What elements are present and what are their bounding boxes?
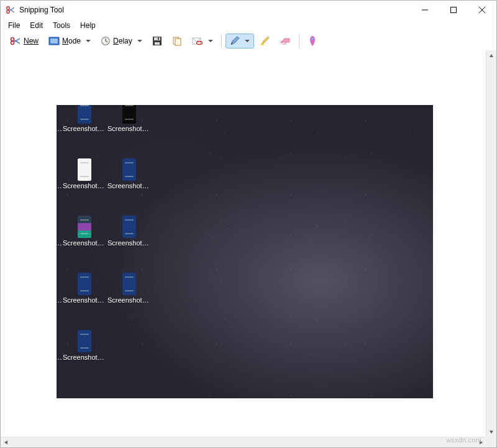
icon-label: Screenshot_... xyxy=(63,296,106,304)
menu-tools-label: Tools xyxy=(53,21,70,30)
icon-label: Screenshot_... xyxy=(107,125,151,132)
file-thumbnail xyxy=(78,273,91,295)
paint3d-icon xyxy=(308,35,317,47)
copy-icon xyxy=(172,36,182,46)
maximize-button[interactable] xyxy=(439,1,468,19)
clock-icon xyxy=(101,36,111,46)
icon-label: Screenshot_... xyxy=(107,296,151,304)
scroll-track[interactable] xyxy=(11,437,475,447)
menu-edit[interactable]: Edit xyxy=(25,20,48,31)
scissors-icon xyxy=(10,36,21,46)
canvas[interactable]: Screenshot_...Screenshot_...Screenshot_.… xyxy=(1,50,486,437)
separator xyxy=(221,34,222,48)
svg-rect-25 xyxy=(260,44,264,45)
horizontal-scrollbar[interactable] xyxy=(1,437,486,447)
pen-icon xyxy=(230,36,240,46)
desktop-icon[interactable]: Screenshot_... xyxy=(107,273,151,304)
scroll-down-arrow[interactable] xyxy=(486,426,496,437)
file-thumbnail xyxy=(122,273,136,295)
desktop-icon[interactable]: Screenshot_... xyxy=(107,216,151,247)
scroll-right-arrow[interactable] xyxy=(475,437,486,447)
app-window: Snipping Tool File Edit Tools Help xyxy=(0,0,497,448)
copy-button[interactable] xyxy=(168,34,186,48)
vertical-scrollbar[interactable] xyxy=(486,50,496,437)
menu-help-label: Help xyxy=(80,21,96,30)
paint3d-button[interactable] xyxy=(303,33,322,49)
new-label: New xyxy=(24,37,39,45)
svg-rect-13 xyxy=(50,39,58,43)
eraser-button[interactable] xyxy=(275,35,295,47)
svg-point-26 xyxy=(311,38,313,40)
file-thumbnail xyxy=(78,158,91,181)
starfield-noise xyxy=(57,105,433,398)
pen-button[interactable] xyxy=(226,34,254,48)
mode-button[interactable]: Mode xyxy=(44,34,95,48)
delay-label: Delay xyxy=(113,37,132,45)
content-area: Screenshot_...Screenshot_...Screenshot_.… xyxy=(1,50,496,437)
window-controls xyxy=(411,1,496,19)
toolbar: New Mode Delay xyxy=(1,32,496,50)
icon-label: Screenshot_... xyxy=(107,182,151,190)
svg-rect-5 xyxy=(451,7,457,13)
svg-rect-19 xyxy=(155,42,160,45)
menu-tools[interactable]: Tools xyxy=(48,20,75,31)
minimize-button[interactable] xyxy=(411,1,439,19)
bottom-scroll-row xyxy=(1,437,496,447)
menubar: File Edit Tools Help xyxy=(1,19,496,32)
highlighter-button[interactable] xyxy=(255,34,274,48)
menu-file-label: File xyxy=(8,21,20,30)
scroll-up-arrow[interactable] xyxy=(486,50,496,61)
chevron-down-icon xyxy=(137,40,142,42)
desktop-icon[interactable]: Screenshot_... xyxy=(63,273,106,304)
svg-rect-20 xyxy=(158,38,159,40)
icon-label: Screenshot_... xyxy=(63,239,106,247)
eraser-icon xyxy=(280,37,291,45)
menu-file[interactable]: File xyxy=(3,20,25,31)
scroll-left-arrow[interactable] xyxy=(1,437,11,447)
mode-label: Mode xyxy=(62,37,81,45)
scissors-icon xyxy=(6,5,16,15)
rectangle-mode-icon xyxy=(48,37,60,45)
new-button[interactable]: New xyxy=(6,34,43,48)
file-thumbnail xyxy=(78,105,91,124)
file-thumbnail xyxy=(122,158,136,181)
menu-edit-label: Edit xyxy=(30,21,43,30)
icon-label: Screenshot_... xyxy=(107,239,151,247)
close-button[interactable] xyxy=(468,1,496,19)
desktop-icon[interactable]: Screenshot_... xyxy=(63,105,106,132)
icon-label: Screenshot_... xyxy=(63,354,106,361)
file-thumbnail xyxy=(122,216,136,238)
send-button[interactable] xyxy=(188,34,217,48)
file-thumbnail xyxy=(78,216,91,238)
svg-rect-18 xyxy=(154,37,160,40)
separator xyxy=(299,34,299,48)
file-thumbnail xyxy=(78,330,91,352)
titlebar: Snipping Tool xyxy=(1,1,496,19)
desktop-icon[interactable]: Screenshot_... xyxy=(63,158,106,190)
menu-help[interactable]: Help xyxy=(75,20,101,31)
desktop-icon[interactable]: Screenshot_... xyxy=(107,158,151,190)
chevron-down-icon xyxy=(86,40,91,42)
envelope-icon xyxy=(192,37,203,45)
icon-label: Screenshot_... xyxy=(63,182,106,190)
file-thumbnail xyxy=(122,105,136,124)
delay-button[interactable]: Delay xyxy=(96,34,147,48)
svg-rect-22 xyxy=(175,39,181,45)
desktop-icon[interactable]: Screenshot_... xyxy=(63,330,106,361)
save-button[interactable] xyxy=(148,34,166,48)
screenshot-capture: Screenshot_...Screenshot_...Screenshot_.… xyxy=(57,105,433,398)
chevron-down-icon xyxy=(245,40,250,42)
desktop-icon[interactable]: Screenshot_... xyxy=(63,216,106,247)
save-icon xyxy=(152,36,162,46)
highlighter-icon xyxy=(260,36,270,46)
scroll-corner xyxy=(486,437,496,447)
desktop-icon[interactable]: Screenshot_... xyxy=(107,105,151,132)
chevron-down-icon xyxy=(208,40,213,42)
window-title: Snipping Tool xyxy=(19,6,411,14)
icon-label: Screenshot_... xyxy=(63,125,106,132)
scroll-track[interactable] xyxy=(486,61,496,426)
